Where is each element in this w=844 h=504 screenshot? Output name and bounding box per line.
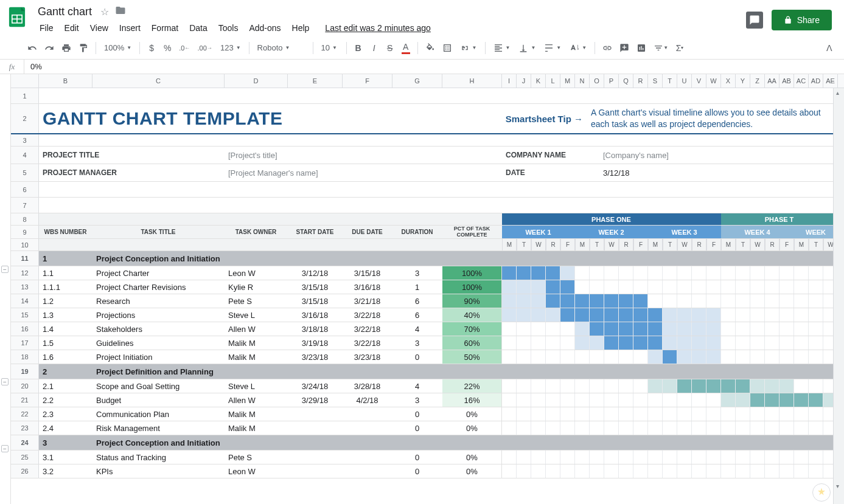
section-num[interactable]: 3 [39, 435, 92, 450]
start-date[interactable]: 3/18/18 [288, 322, 343, 336]
col-header-V[interactable]: V [692, 74, 706, 88]
pct-complete[interactable]: 40% [442, 308, 502, 322]
start-date[interactable] [288, 464, 343, 478]
gantt-cell[interactable] [590, 294, 604, 308]
row-header-18[interactable]: 18 [11, 350, 39, 364]
row-header-25[interactable]: 25 [11, 450, 39, 464]
task-title[interactable]: Project Charter [92, 266, 225, 280]
gantt-cell[interactable] [604, 280, 619, 294]
gantt-cell[interactable] [604, 322, 619, 336]
menu-data[interactable]: Data [185, 21, 212, 35]
gantt-cell[interactable] [663, 294, 677, 308]
col-header-S[interactable]: S [648, 74, 663, 88]
gantt-cell[interactable] [779, 280, 794, 294]
gantt-cell[interactable] [648, 266, 663, 280]
gantt-cell[interactable] [736, 280, 750, 294]
row-header-22[interactable]: 22 [11, 407, 39, 421]
gantt-cell[interactable] [502, 393, 517, 407]
share-button[interactable]: Share [772, 10, 832, 30]
col-header-X[interactable]: X [721, 74, 736, 88]
start-date[interactable] [288, 407, 343, 421]
task-owner[interactable]: Malik M [225, 407, 288, 421]
start-date[interactable]: 3/12/18 [288, 266, 343, 280]
gantt-cell[interactable] [575, 421, 590, 435]
gantt-cell[interactable] [633, 322, 648, 336]
wbs[interactable]: 2.4 [39, 421, 92, 435]
due-date[interactable]: 3/21/18 [343, 294, 392, 308]
gantt-cell[interactable] [546, 322, 560, 336]
wbs[interactable]: 1.1.1 [39, 280, 92, 294]
gantt-cell[interactable] [546, 266, 560, 280]
explore-button[interactable] [812, 483, 831, 502]
row-header-1[interactable]: 1 [11, 88, 39, 103]
col-header-AA[interactable]: AA [765, 74, 779, 88]
row-header-14[interactable]: 14 [11, 294, 39, 308]
gantt-cell[interactable] [809, 421, 823, 435]
gantt-cell[interactable] [619, 407, 633, 421]
gantt-cell[interactable] [677, 450, 692, 464]
gantt-cell[interactable] [721, 450, 736, 464]
gantt-cell[interactable] [692, 421, 706, 435]
strikethrough-button[interactable]: S [383, 41, 397, 55]
gantt-cell[interactable] [546, 350, 560, 364]
gantt-cell[interactable] [590, 336, 604, 350]
gantt-cell[interactable] [721, 421, 736, 435]
day-header[interactable]: R [546, 239, 560, 250]
due-date[interactable] [343, 421, 392, 435]
row-header-15[interactable]: 15 [11, 308, 39, 322]
wbs[interactable]: 1.1 [39, 266, 92, 280]
gantt-cell[interactable] [604, 294, 619, 308]
gantt-cell[interactable] [809, 393, 823, 407]
gantt-cell[interactable] [794, 464, 809, 478]
title-cell[interactable]: GANTT CHART TEMPLATE [39, 104, 502, 133]
duration[interactable]: 0 [392, 464, 442, 478]
collapse-group-2[interactable]: − [1, 378, 9, 385]
week-header-1[interactable]: WEEK 1 [502, 226, 575, 238]
more-formats-dropdown[interactable]: 123▼ [217, 41, 245, 55]
pct-complete[interactable]: 0% [442, 421, 502, 435]
start-date[interactable] [288, 421, 343, 435]
col-header-D[interactable]: D [225, 74, 288, 88]
pct-complete[interactable]: 100% [442, 266, 502, 280]
gantt-cell[interactable] [619, 322, 633, 336]
gantt-cell[interactable] [794, 393, 809, 407]
gantt-cell[interactable] [809, 336, 823, 350]
gantt-cell[interactable] [575, 407, 590, 421]
menu-format[interactable]: Format [147, 21, 183, 35]
gantt-cell[interactable] [502, 336, 517, 350]
gantt-cell[interactable] [692, 350, 706, 364]
undo-button[interactable] [24, 41, 40, 55]
gantt-cell[interactable] [706, 336, 721, 350]
day-header[interactable]: M [502, 239, 517, 250]
wbs[interactable]: 3.2 [39, 464, 92, 478]
vertical-scrollbar[interactable]: ▴ ▾ [833, 88, 844, 504]
gantt-cell[interactable] [590, 393, 604, 407]
gantt-cell[interactable] [692, 407, 706, 421]
gantt-cell[interactable] [575, 322, 590, 336]
gantt-cell[interactable] [590, 322, 604, 336]
gantt-cell[interactable] [809, 280, 823, 294]
bold-button[interactable]: B [351, 41, 366, 55]
gantt-cell[interactable] [809, 308, 823, 322]
task-owner[interactable]: Pete S [225, 294, 288, 308]
gantt-cell[interactable] [502, 266, 517, 280]
gantt-cell[interactable] [706, 407, 721, 421]
gantt-cell[interactable] [531, 393, 546, 407]
col-header-Y[interactable]: Y [736, 74, 750, 88]
insert-link-button[interactable] [599, 41, 615, 55]
row-header-19[interactable]: 19 [11, 364, 39, 379]
horizontal-align-button[interactable]: ▼ [490, 41, 514, 55]
gantt-cell[interactable] [692, 308, 706, 322]
pct-complete[interactable]: 0% [442, 464, 502, 478]
gantt-cell[interactable] [648, 336, 663, 350]
collapse-toolbar-button[interactable]: ᐱ [822, 41, 837, 55]
gantt-cell[interactable] [721, 379, 736, 393]
row-header-2[interactable]: 2 [11, 104, 39, 133]
task-owner[interactable]: Steve L [225, 308, 288, 322]
task-owner[interactable]: Pete S [225, 450, 288, 464]
sheets-app-icon[interactable] [5, 5, 29, 29]
tip-label[interactable]: Smartsheet Tip → [502, 104, 587, 133]
col-header-I[interactable]: I [502, 74, 517, 88]
hdr-due[interactable]: DUE DATE [343, 226, 392, 238]
row-header-9[interactable]: 9 [11, 226, 39, 238]
